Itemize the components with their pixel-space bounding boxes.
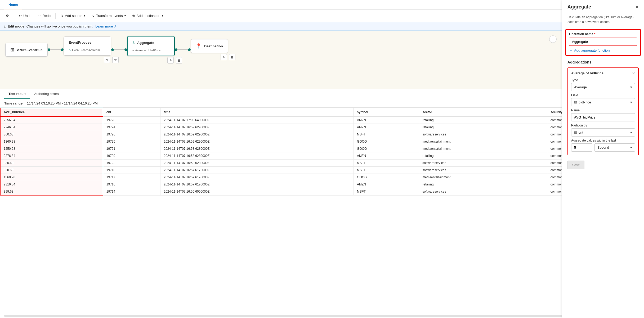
name-input[interactable] [571, 113, 635, 121]
table-cell: retailing [419, 124, 547, 131]
col-cnt: cnt [103, 108, 160, 116]
results-table-container: AVG_bidPrice cnt time symbol sector secu… [0, 108, 644, 314]
eventprocess-sub-icon: ∿ [69, 48, 71, 52]
table-cell: softwareservices [419, 131, 547, 138]
node-destination[interactable]: 📍 Destination [191, 39, 228, 53]
eventprocess-edit-btn[interactable]: ✎ [104, 57, 110, 63]
table-cell: 2024-11-14T07:16:58.6280000Z [160, 145, 354, 152]
aggregate-delete-btn[interactable]: 🗑 [176, 57, 182, 63]
table-cell: retailing [419, 116, 547, 124]
tab-test-result[interactable]: Test result [4, 89, 30, 99]
right-panel-close-button[interactable]: ✕ [635, 4, 639, 10]
aggregate-number-input[interactable] [571, 143, 592, 152]
table-cell: AMZN [354, 116, 419, 124]
table-cell: 19720 [103, 152, 160, 160]
aggregation-card: Average of bidPrice ✕ Type Average ▾ Fie… [567, 67, 639, 155]
aggregate-unit-select[interactable]: Second ▾ [594, 143, 635, 152]
table-cell: 2024-11-14T07:16:57.6170000Z [160, 174, 354, 181]
aggregate-values-label: Aggregate values within the last [571, 139, 635, 142]
table-row: 1360.28197252024-11-14T07:16:59.6290000Z… [0, 138, 644, 145]
add-source-icon: ⊕ [60, 14, 63, 18]
table-cell: GOOG [354, 145, 419, 152]
bottom-toolbar: Time range: 11/14/24 03:16:25 PM - 11/14… [0, 99, 644, 108]
eventprocess-delete-btn[interactable]: 🗑 [112, 57, 119, 63]
table-row: 330.63197222024-11-14T07:16:58.6280000ZM… [0, 160, 644, 167]
table-cell: 19716 [103, 181, 160, 188]
node-wrap-eventprocess: EventProcess ∿ EventProcess-stream ✎ 🗑 [64, 37, 111, 63]
connector-1 [48, 48, 64, 51]
add-source-button[interactable]: ⊕ Add source ▾ [58, 12, 88, 19]
dot-5 [175, 48, 177, 51]
cell-avg-bidprice: 2256.84 [0, 116, 103, 124]
results-table: AVG_bidPrice cnt time symbol sector secu… [0, 108, 644, 196]
cell-avg-bidprice: 1250.28 [0, 145, 103, 152]
redo-button[interactable]: ↪ Redo [35, 12, 53, 19]
azure-eventhub-icon: ⊞ [10, 47, 14, 53]
right-panel: Aggregate ✕ Calculate an aggregation (li… [562, 0, 644, 318]
table-cell: AMZN [354, 152, 419, 160]
required-asterisk: * [594, 32, 596, 36]
azure-eventhub-title: AzureEventHub [17, 48, 43, 52]
destination-delete-btn[interactable]: 🗑 [229, 54, 235, 60]
cell-avg-bidprice: 1360.28 [0, 174, 103, 181]
eventprocess-sub: ∿ EventProcess-stream [69, 48, 100, 52]
table-cell: 19718 [103, 167, 160, 174]
add-destination-button[interactable]: ⊕ Add destination ▾ [129, 12, 166, 19]
table-cell: retailing [419, 152, 547, 160]
transform-events-button[interactable]: ∿ Transform events ▾ [89, 12, 128, 19]
line-2 [114, 49, 124, 50]
table-cell: softwareservices [419, 188, 547, 196]
type-label: Type [571, 78, 635, 82]
bottom-tabs: Test result Authoring errors Last hour L… [0, 89, 644, 99]
add-fn-plus-icon: ＋ [569, 48, 573, 53]
operation-name-label: Operation name * [569, 32, 637, 36]
node-wrap-destination: 📍 Destination ✎ 🗑 [191, 39, 228, 60]
table-cell: 2024-11-14T07:16:57.6170000Z [160, 181, 354, 188]
partition-icon: ⊟ [574, 130, 577, 134]
mode-label: Edit mode [8, 24, 24, 28]
add-node-button[interactable]: + [549, 35, 557, 43]
field-icon: ⊟ [574, 100, 577, 104]
type-chevron-icon: ▾ [630, 85, 632, 89]
table-row: 2246.84197242024-11-14T07:16:59.6290000Z… [0, 124, 644, 131]
right-panel-description: Calculate an aggregation (like sum or av… [562, 12, 644, 27]
cell-avg-bidprice: 2316.84 [0, 181, 103, 188]
type-select[interactable]: Average ▾ [571, 83, 635, 91]
destination-edit-btn[interactable]: ✎ [221, 54, 227, 60]
table-cell: 2024-11-14T07:16:58.6280000Z [160, 160, 354, 167]
table-row: 2276.84197202024-11-14T07:16:58.6280000Z… [0, 152, 644, 160]
info-icon: ℹ [4, 24, 6, 28]
col-symbol: symbol [354, 108, 419, 116]
tab-home[interactable]: Home [4, 1, 22, 9]
cell-avg-bidprice: 2276.84 [0, 152, 103, 160]
tab-authoring-errors[interactable]: Authoring errors [30, 89, 63, 99]
toolbar-separator-1 [14, 13, 14, 19]
settings-button[interactable]: ⚙ [3, 12, 12, 19]
table-row: 399.63197142024-11-14T07:16:56.6060000ZM… [0, 188, 644, 196]
aggregate-edit-btn[interactable]: ✎ [167, 57, 174, 63]
field-select[interactable]: ⊟ bidPrice ▾ [571, 98, 635, 106]
partition-by-label: Partition by [571, 124, 635, 127]
table-cell: 2024-11-14T07:16:57.6170000Z [160, 167, 354, 174]
table-cell: 2024-11-14T07:16:59.6290000Z [160, 138, 354, 145]
horizontal-scrollbar[interactable] [4, 315, 640, 317]
add-destination-icon: ⊕ [132, 14, 135, 18]
operation-name-input[interactable] [569, 38, 637, 46]
line-3 [177, 49, 188, 50]
add-aggregate-function-button[interactable]: ＋ Add aggregate function [569, 48, 610, 53]
flow-row: ⊞ AzureEventHub ✎ 🗑 EventProcess ∿ Ev [0, 31, 644, 63]
learn-more-link[interactable]: Learn more ↗ [95, 24, 117, 28]
table-cell: 19728 [103, 116, 160, 124]
save-button[interactable]: Save [567, 161, 584, 169]
undo-button[interactable]: ↩ Undo [16, 12, 34, 19]
agg-card-close-button[interactable]: ✕ [632, 71, 635, 75]
cell-avg-bidprice: 2246.84 [0, 124, 103, 131]
partition-by-select[interactable]: ⊟ cnt ▾ [571, 128, 635, 137]
table-cell: 19725 [103, 138, 160, 145]
node-azure-eventhub[interactable]: ⊞ AzureEventHub [5, 43, 48, 57]
node-eventprocess[interactable]: EventProcess ∿ EventProcess-stream [64, 37, 111, 56]
transform-icon: ∿ [92, 14, 95, 18]
destination-icon: 📍 [196, 43, 202, 49]
redo-icon: ↪ [38, 14, 41, 18]
node-aggregate[interactable]: Σ Aggregate ≡ Average of bidPrice [127, 36, 175, 56]
